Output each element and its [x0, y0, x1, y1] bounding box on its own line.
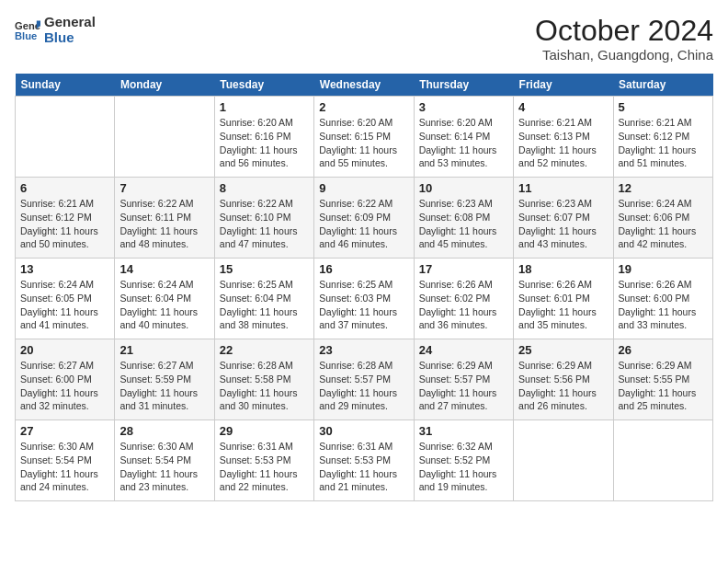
calendar-cell: 9Sunrise: 6:22 AM Sunset: 6:09 PM Daylig… [314, 178, 414, 259]
day-number: 17 [419, 262, 508, 276]
logo-blue-text: Blue [44, 30, 96, 46]
week-row-1: 1Sunrise: 6:20 AM Sunset: 6:16 PM Daylig… [16, 97, 713, 178]
calendar-cell: 10Sunrise: 6:23 AM Sunset: 6:08 PM Dayli… [414, 178, 513, 259]
day-info: Sunrise: 6:25 AM Sunset: 6:03 PM Dayligh… [319, 278, 408, 332]
day-number: 8 [220, 181, 309, 195]
calendar-cell: 8Sunrise: 6:22 AM Sunset: 6:10 PM Daylig… [214, 178, 313, 259]
calendar-cell [613, 420, 712, 501]
week-row-5: 27Sunrise: 6:30 AM Sunset: 5:54 PM Dayli… [16, 420, 713, 501]
svg-text:Blue: Blue [15, 29, 37, 40]
day-number: 7 [119, 181, 209, 195]
day-number: 12 [619, 181, 708, 195]
day-info: Sunrise: 6:27 AM Sunset: 5:59 PM Dayligh… [119, 359, 209, 413]
day-info: Sunrise: 6:24 AM Sunset: 6:06 PM Dayligh… [619, 197, 708, 251]
calendar-cell: 18Sunrise: 6:26 AM Sunset: 6:01 PM Dayli… [514, 259, 613, 339]
calendar-cell: 25Sunrise: 6:29 AM Sunset: 5:56 PM Dayli… [514, 339, 613, 420]
calendar-cell: 3Sunrise: 6:20 AM Sunset: 6:14 PM Daylig… [414, 97, 513, 178]
calendar-cell: 16Sunrise: 6:25 AM Sunset: 6:03 PM Dayli… [314, 259, 414, 339]
day-info: Sunrise: 6:23 AM Sunset: 6:08 PM Dayligh… [419, 197, 508, 251]
calendar-cell: 12Sunrise: 6:24 AM Sunset: 6:06 PM Dayli… [613, 178, 712, 259]
calendar-cell: 23Sunrise: 6:28 AM Sunset: 5:57 PM Dayli… [314, 339, 414, 420]
week-row-2: 6Sunrise: 6:21 AM Sunset: 6:12 PM Daylig… [16, 178, 713, 259]
calendar-cell: 26Sunrise: 6:29 AM Sunset: 5:55 PM Dayli… [613, 339, 712, 420]
calendar-cell: 19Sunrise: 6:26 AM Sunset: 6:00 PM Dayli… [613, 259, 712, 339]
day-number: 24 [419, 343, 508, 357]
day-info: Sunrise: 6:20 AM Sunset: 6:14 PM Dayligh… [419, 116, 508, 170]
day-number: 16 [319, 262, 408, 276]
calendar-cell: 5Sunrise: 6:21 AM Sunset: 6:12 PM Daylig… [613, 97, 712, 178]
calendar-cell [115, 97, 214, 178]
day-number: 27 [20, 424, 109, 438]
calendar-cell: 15Sunrise: 6:25 AM Sunset: 6:04 PM Dayli… [214, 259, 313, 339]
day-info: Sunrise: 6:27 AM Sunset: 6:00 PM Dayligh… [20, 359, 109, 413]
header-tuesday: Tuesday [214, 74, 313, 97]
header-saturday: Saturday [613, 74, 712, 97]
day-info: Sunrise: 6:24 AM Sunset: 6:04 PM Dayligh… [119, 278, 209, 332]
calendar-cell: 1Sunrise: 6:20 AM Sunset: 6:16 PM Daylig… [214, 97, 313, 178]
header-sunday: Sunday [16, 74, 115, 97]
day-info: Sunrise: 6:25 AM Sunset: 6:04 PM Dayligh… [220, 278, 309, 332]
page-header: General Blue General Blue October 2024 T… [15, 15, 713, 63]
location: Taishan, Guangdong, China [535, 47, 713, 63]
day-info: Sunrise: 6:22 AM Sunset: 6:09 PM Dayligh… [319, 197, 408, 251]
day-number: 15 [220, 262, 309, 276]
calendar-cell: 7Sunrise: 6:22 AM Sunset: 6:11 PM Daylig… [115, 178, 214, 259]
day-number: 11 [518, 181, 608, 195]
day-number: 10 [419, 181, 508, 195]
calendar-cell [514, 420, 613, 501]
day-number: 4 [518, 100, 608, 114]
calendar-cell: 13Sunrise: 6:24 AM Sunset: 6:05 PM Dayli… [16, 259, 115, 339]
calendar-table: Sunday Monday Tuesday Wednesday Thursday… [15, 74, 713, 501]
calendar-cell: 4Sunrise: 6:21 AM Sunset: 6:13 PM Daylig… [514, 97, 613, 178]
day-number: 3 [419, 100, 508, 114]
day-number: 25 [518, 343, 608, 357]
day-number: 21 [119, 343, 209, 357]
calendar-cell: 21Sunrise: 6:27 AM Sunset: 5:59 PM Dayli… [115, 339, 214, 420]
day-info: Sunrise: 6:28 AM Sunset: 5:57 PM Dayligh… [319, 359, 408, 413]
day-info: Sunrise: 6:30 AM Sunset: 5:54 PM Dayligh… [20, 440, 109, 494]
calendar-cell: 20Sunrise: 6:27 AM Sunset: 6:00 PM Dayli… [16, 339, 115, 420]
week-row-4: 20Sunrise: 6:27 AM Sunset: 6:00 PM Dayli… [16, 339, 713, 420]
calendar-cell: 6Sunrise: 6:21 AM Sunset: 6:12 PM Daylig… [16, 178, 115, 259]
day-info: Sunrise: 6:30 AM Sunset: 5:54 PM Dayligh… [119, 440, 209, 494]
day-number: 20 [20, 343, 109, 357]
calendar-cell: 22Sunrise: 6:28 AM Sunset: 5:58 PM Dayli… [214, 339, 313, 420]
day-number: 5 [619, 100, 708, 114]
day-info: Sunrise: 6:24 AM Sunset: 6:05 PM Dayligh… [20, 278, 109, 332]
day-number: 26 [619, 343, 708, 357]
day-info: Sunrise: 6:21 AM Sunset: 6:13 PM Dayligh… [518, 116, 608, 170]
header-thursday: Thursday [414, 74, 513, 97]
day-number: 29 [220, 424, 309, 438]
day-info: Sunrise: 6:22 AM Sunset: 6:11 PM Dayligh… [119, 197, 209, 251]
day-info: Sunrise: 6:29 AM Sunset: 5:55 PM Dayligh… [619, 359, 708, 413]
day-info: Sunrise: 6:31 AM Sunset: 5:53 PM Dayligh… [220, 440, 309, 494]
calendar-cell: 28Sunrise: 6:30 AM Sunset: 5:54 PM Dayli… [115, 420, 214, 501]
day-number: 6 [20, 181, 109, 195]
logo-general-text: General [44, 15, 96, 30]
month-title: October 2024 [535, 15, 713, 47]
header-row: Sunday Monday Tuesday Wednesday Thursday… [16, 74, 713, 97]
day-info: Sunrise: 6:23 AM Sunset: 6:07 PM Dayligh… [518, 197, 608, 251]
title-block: October 2024 Taishan, Guangdong, China [535, 15, 713, 63]
calendar-cell: 2Sunrise: 6:20 AM Sunset: 6:15 PM Daylig… [314, 97, 414, 178]
logo-icon: General Blue [15, 17, 40, 43]
calendar-cell: 27Sunrise: 6:30 AM Sunset: 5:54 PM Dayli… [16, 420, 115, 501]
day-number: 18 [518, 262, 608, 276]
day-info: Sunrise: 6:21 AM Sunset: 6:12 PM Dayligh… [619, 116, 708, 170]
day-info: Sunrise: 6:20 AM Sunset: 6:15 PM Dayligh… [319, 116, 408, 170]
day-number: 23 [319, 343, 408, 357]
calendar-cell: 30Sunrise: 6:31 AM Sunset: 5:53 PM Dayli… [314, 420, 414, 501]
header-monday: Monday [115, 74, 214, 97]
day-info: Sunrise: 6:29 AM Sunset: 5:56 PM Dayligh… [518, 359, 608, 413]
calendar-cell: 24Sunrise: 6:29 AM Sunset: 5:57 PM Dayli… [414, 339, 513, 420]
calendar-cell [16, 97, 115, 178]
day-number: 14 [119, 262, 209, 276]
day-number: 13 [20, 262, 109, 276]
header-friday: Friday [514, 74, 613, 97]
week-row-3: 13Sunrise: 6:24 AM Sunset: 6:05 PM Dayli… [16, 259, 713, 339]
calendar-cell: 31Sunrise: 6:32 AM Sunset: 5:52 PM Dayli… [414, 420, 513, 501]
day-info: Sunrise: 6:31 AM Sunset: 5:53 PM Dayligh… [319, 440, 408, 494]
calendar-cell: 11Sunrise: 6:23 AM Sunset: 6:07 PM Dayli… [514, 178, 613, 259]
day-info: Sunrise: 6:28 AM Sunset: 5:58 PM Dayligh… [220, 359, 309, 413]
logo: General Blue General Blue [15, 15, 96, 45]
